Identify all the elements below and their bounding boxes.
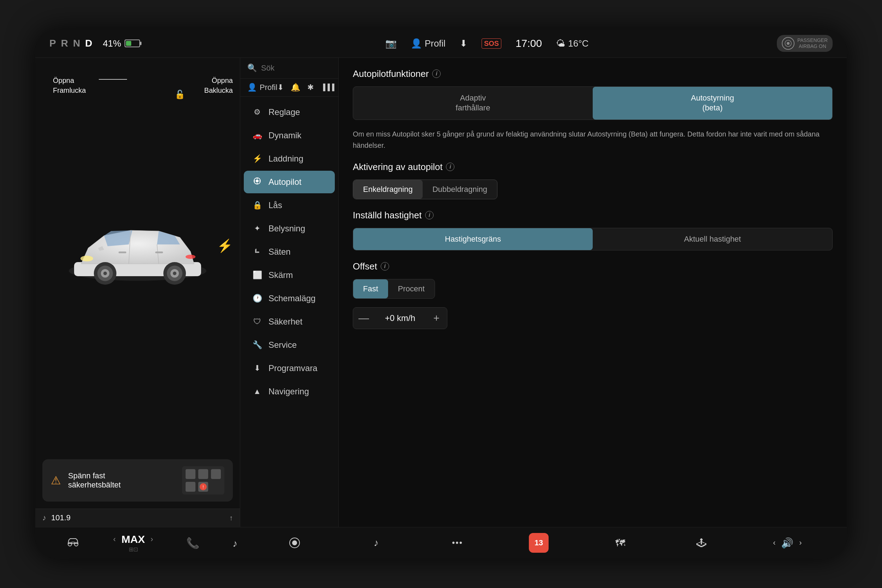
track-name: MAX <box>122 533 145 545</box>
service-label: Service <box>268 340 297 350</box>
vol-next-btn[interactable]: › <box>799 538 801 548</box>
belysning-label: Belysning <box>268 224 305 234</box>
stepper-minus-btn[interactable]: — <box>353 308 374 329</box>
autopilot-functions-info-icon[interactable]: i <box>432 69 441 78</box>
nav-item-autopilot[interactable]: Autopilot <box>244 171 335 193</box>
speed-label: Inställd hastighet <box>353 210 422 221</box>
phone-bottom-icon[interactable]: 📞 <box>186 537 200 549</box>
time-text: 17:00 <box>516 38 542 50</box>
temperature-text: 16°C <box>568 38 588 49</box>
airbag-badge: PASSENGERAIRBAG ON <box>777 35 832 52</box>
screen: P R N D 41% 📷 👤 Profil ⬇ <box>35 30 847 559</box>
airbag-icon <box>782 37 795 50</box>
nav-item-las[interactable]: 🔒 Lås <box>244 194 335 217</box>
autopilot-functions-label: Autopilotfunktioner <box>353 68 429 80</box>
nav-item-sakerhet[interactable]: 🛡 Säkerhet <box>244 310 335 333</box>
reglage-icon: ⚙ <box>252 108 262 117</box>
svg-point-15 <box>81 256 93 261</box>
activation-label: Aktivering av autopilot <box>353 162 442 172</box>
music-station-label: 101.9 <box>51 513 70 522</box>
autostyrning-btn[interactable]: Autostyrning(beta) <box>593 87 832 120</box>
svg-point-29 <box>257 178 258 179</box>
hastighetsgrans-btn[interactable]: Hastighetsgräns <box>353 228 593 250</box>
sakerhet-label: Säkerhet <box>268 317 302 327</box>
nav-item-schemalag[interactable]: 🕐 Schemalägg <box>244 287 335 310</box>
schemalag-label: Schemalägg <box>268 294 315 303</box>
fast-btn[interactable]: Fast <box>353 279 388 298</box>
download-button[interactable]: ⬇ <box>460 38 468 49</box>
weather-display: 🌤 16°C <box>556 38 588 49</box>
open-trunk-text: ÖppnaBaklucka <box>204 76 233 94</box>
bluetooth-icon[interactable]: ✱ <box>307 83 314 92</box>
nav-item-belysning[interactable]: ✦ Belysning <box>244 217 335 240</box>
circle-btn[interactable] <box>285 533 304 553</box>
autopilot-icon <box>252 177 262 187</box>
nav-item-laddning[interactable]: ⚡ Laddning <box>244 147 335 170</box>
profile-item[interactable]: 👤 Profil <box>248 83 277 92</box>
offset-title: Offset i <box>353 261 832 272</box>
seatbelt-warning: ⚠ Spänn fast säkerhetsbältet <box>42 459 233 502</box>
skarm-icon: ⬜ <box>252 270 262 280</box>
prnd-n: N <box>73 38 80 49</box>
belysning-icon: ✦ <box>252 224 262 233</box>
maps-btn[interactable]: 🗺 <box>610 533 630 553</box>
lock-icon: 🔓 <box>175 90 185 99</box>
music-bottom-icon[interactable]: ♪ <box>232 537 237 549</box>
profile-icon: 👤 <box>411 38 422 49</box>
nav-item-skarm[interactable]: ⬜ Skärm <box>244 264 335 286</box>
bottom-bar: ‹ MAX › ⊞⊡ 📞 ♪ ♪ <box>35 527 847 559</box>
profile-person-icon: 👤 <box>248 83 257 92</box>
nav-item-reglage[interactable]: ⚙ Reglage <box>244 101 335 123</box>
adaptive-cruise-btn[interactable]: Adaptivfarthållare <box>353 87 593 120</box>
nav-item-service[interactable]: 🔧 Service <box>244 334 335 356</box>
reglage-label: Reglage <box>268 107 300 117</box>
svg-point-35 <box>75 543 78 546</box>
nav-item-saten[interactable]: Säten <box>244 240 335 263</box>
sos-icon: SOS <box>482 39 501 49</box>
car-bottom-icon[interactable] <box>66 536 80 550</box>
notification-icon[interactable]: 🔔 <box>291 83 300 92</box>
autopilot-functions-title: Autopilotfunktioner i <box>353 68 832 80</box>
speed-info-icon[interactable]: i <box>425 211 434 219</box>
camera-button[interactable]: 📷 <box>385 38 396 49</box>
svg-point-32 <box>254 180 255 181</box>
volume-icon[interactable]: 🔊 <box>781 537 794 549</box>
prev-track-btn[interactable]: ‹ <box>113 535 116 544</box>
profile-button[interactable]: 👤 Profil <box>411 38 446 49</box>
search-bar[interactable]: 🔍 <box>240 58 338 79</box>
profile-bar: 👤 Profil ⬇ 🔔 ✱ ▐▐▐ <box>240 79 338 97</box>
open-hood-text: ÖppnaFramlucka <box>53 76 86 94</box>
stepper-plus-btn[interactable]: + <box>426 308 447 329</box>
open-trunk-label[interactable]: ÖppnaBaklucka <box>204 75 233 95</box>
vol-prev-btn[interactable]: ‹ <box>773 538 776 548</box>
speed-stepper: — +0 km/h + <box>353 307 447 329</box>
open-hood-label[interactable]: ÖppnaFramlucka <box>53 75 86 95</box>
top-bar-center: 📷 👤 Profil ⬇ SOS 17:00 🌤 16°C <box>240 38 734 50</box>
signal-icon: ▐▐▐ <box>321 84 334 91</box>
procent-btn[interactable]: Procent <box>388 279 435 298</box>
activation-info-icon[interactable]: i <box>446 163 454 171</box>
music-up-arrow[interactable]: ↑ <box>230 514 233 522</box>
aktuell-hastighet-btn[interactable]: Aktuell hastighet <box>593 228 832 250</box>
dubbeldragning-btn[interactable]: Dubbeldragning <box>423 180 497 199</box>
car-image <box>53 213 222 304</box>
offset-info-icon[interactable]: i <box>381 262 389 270</box>
calendar-btn[interactable]: 13 <box>529 533 549 553</box>
sos-button[interactable]: SOS <box>482 39 501 49</box>
bottom-left: ‹ MAX › ⊞⊡ 📞 ♪ <box>50 533 254 553</box>
more-apps-btn[interactable]: ••• <box>448 533 468 553</box>
battery-section: 41% <box>103 38 140 49</box>
prnd-display: P R N D <box>50 38 92 49</box>
nav-item-navigering[interactable]: ▲ Navigering <box>244 380 335 403</box>
music-app-btn[interactable]: ♪ <box>366 533 386 553</box>
music-bar[interactable]: ♪ 101.9 ↑ <box>35 508 240 527</box>
car-view-area: ÖppnaFramlucka ÖppnaBaklucka 🔓 ⚡ <box>35 58 240 459</box>
enkeldragning-btn[interactable]: Enkeldragning <box>353 180 423 199</box>
download-status-icon[interactable]: ⬇ <box>277 83 284 92</box>
music-icon: ♪ <box>232 538 237 549</box>
next-track-btn[interactable]: › <box>151 535 153 544</box>
nav-item-dynamik[interactable]: 🚗 Dynamik <box>244 124 335 147</box>
games-btn[interactable]: 🕹 <box>692 533 711 553</box>
nav-item-programvara[interactable]: ⬇ Programvara <box>244 357 335 380</box>
sakerhet-icon: 🛡 <box>252 317 262 326</box>
